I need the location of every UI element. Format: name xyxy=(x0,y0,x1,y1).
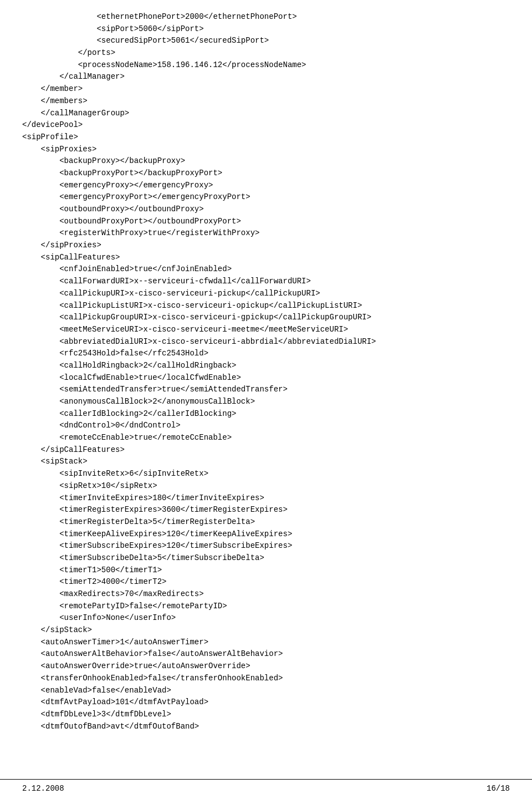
xml-line: <localCfwdEnable>true</localCfwdEnable> xyxy=(22,372,510,384)
xml-line: <callPickupURI>x-cisco-serviceuri-pickup… xyxy=(22,288,510,300)
footer-page: 16/18 xyxy=(487,784,510,793)
xml-line: <callPickupListURI>x-cisco-serviceuri-op… xyxy=(22,300,510,312)
xml-line: </sipStack> xyxy=(22,624,510,637)
xml-line: <timerSubscribeDelta>5</timerSubscribeDe… xyxy=(22,552,510,564)
xml-line: <cnfJoinEnabled>true</cnfJoinEnabled> xyxy=(22,263,510,276)
xml-line: <remoteCcEnable>true</remoteCcEnable> xyxy=(22,432,510,444)
xml-line: <dtmfAvtPayload>101</dtmfAvtPayload> xyxy=(22,696,510,709)
xml-line: <outboundProxyPort></outboundProxyPort> xyxy=(22,216,510,228)
xml-line: <backupProxy></backupProxy> xyxy=(22,155,510,167)
xml-content: <ethernetPhonePort>2000</ethernetPhonePo… xyxy=(22,11,510,732)
xml-line: <dtmfOutofBand>avt</dtmfOutofBand> xyxy=(22,721,510,733)
xml-line: <maxRedirects>70</maxRedirects> xyxy=(22,588,510,601)
xml-line: <autoAnswerTimer>1</autoAnswerTimer> xyxy=(22,637,510,649)
xml-line: <abbreviatedDialURI>x-cisco-serviceuri-a… xyxy=(22,336,510,348)
xml-line: <timerRegisterDelta>5</timerRegisterDelt… xyxy=(22,516,510,528)
xml-line: </ports> xyxy=(22,47,510,59)
xml-line: <processNodeName>158.196.146.12</process… xyxy=(22,59,510,72)
xml-line: <dtmfDbLevel>3</dtmfDbLevel> xyxy=(22,709,510,721)
xml-line: <timerKeepAliveExpires>120</timerKeepAli… xyxy=(22,528,510,541)
xml-line: <outboundProxy></outboundProxy> xyxy=(22,203,510,216)
xml-line: </sipCallFeatures> xyxy=(22,444,510,456)
xml-line: <ethernetPhonePort>2000</ethernetPhonePo… xyxy=(22,11,510,23)
xml-line: <callHoldRingback>2</callHoldRingback> xyxy=(22,360,510,372)
xml-line: <anonymousCallBlock>2</anonymousCallBloc… xyxy=(22,396,510,408)
xml-line: </members> xyxy=(22,95,510,108)
xml-line: <timerInviteExpires>180</timerInviteExpi… xyxy=(22,492,510,505)
xml-line: <callPickupGroupURI>x-cisco-serviceuri-g… xyxy=(22,312,510,324)
xml-line: <autoAnswerOverride>true</autoAnswerOver… xyxy=(22,660,510,673)
xml-line: </callManagerGroup> xyxy=(22,108,510,120)
xml-line: <callForwardURI>x--serviceuri-cfwdall</c… xyxy=(22,276,510,288)
xml-line: <meetMeServiceURI>x-cisco-serviceuri-mee… xyxy=(22,324,510,336)
xml-line: <sipRetx>10</sipRetx> xyxy=(22,480,510,492)
content-area: <ethernetPhonePort>2000</ethernetPhonePo… xyxy=(0,0,532,766)
xml-line: <backupProxyPort></backupProxyPort> xyxy=(22,167,510,180)
xml-line: <sipProxies> xyxy=(22,144,510,156)
footer-date: 2.12.2008 xyxy=(22,784,64,793)
xml-line: <enableVad>false</enableVad> xyxy=(22,685,510,697)
xml-line: <autoAnswerAltBehavior>false</autoAnswer… xyxy=(22,648,510,660)
xml-line: <sipProfile> xyxy=(22,131,510,144)
xml-line: <timerT1>500</timerT1> xyxy=(22,564,510,577)
xml-line: <registerWithProxy>true</registerWithPro… xyxy=(22,227,510,240)
xml-line: <remotePartyID>false</remotePartyID> xyxy=(22,601,510,613)
xml-line: <timerRegisterExpires>3600</timerRegiste… xyxy=(22,504,510,516)
xml-line: <timerSubscribeExpires>120</timerSubscri… xyxy=(22,540,510,552)
xml-line: <timerT2>4000</timerT2> xyxy=(22,576,510,588)
xml-line: <dndControl>0</dndControl> xyxy=(22,420,510,432)
xml-line: <securedSipPort>5061</securedSipPort> xyxy=(22,35,510,47)
xml-line: <semiAttendedTransfer>true</semiAttended… xyxy=(22,384,510,396)
xml-line: <emergencyProxyPort></emergencyProxyPort… xyxy=(22,191,510,203)
xml-line: </callManager> xyxy=(22,71,510,83)
xml-line: <sipStack> xyxy=(22,456,510,468)
xml-line: <userInfo>None</userInfo> xyxy=(22,612,510,624)
xml-line: <callerIdBlocking>2</callerIdBlocking> xyxy=(22,408,510,420)
xml-line: <sipInviteRetx>6</sipInviteRetx> xyxy=(22,468,510,480)
xml-line: </devicePool> xyxy=(22,119,510,131)
xml-line: <transferOnhookEnabled>false</transferOn… xyxy=(22,673,510,685)
footer: 2.12.2008 16/18 xyxy=(0,779,532,793)
xml-line: <emergencyProxy></emergencyProxy> xyxy=(22,180,510,192)
xml-line: </member> xyxy=(22,83,510,95)
xml-line: </sipProxies> xyxy=(22,240,510,252)
xml-line: <sipCallFeatures> xyxy=(22,252,510,264)
xml-line: <sipPort>5060</sipPort> xyxy=(22,23,510,35)
xml-line: <rfc2543Hold>false</rfc2543Hold> xyxy=(22,348,510,360)
